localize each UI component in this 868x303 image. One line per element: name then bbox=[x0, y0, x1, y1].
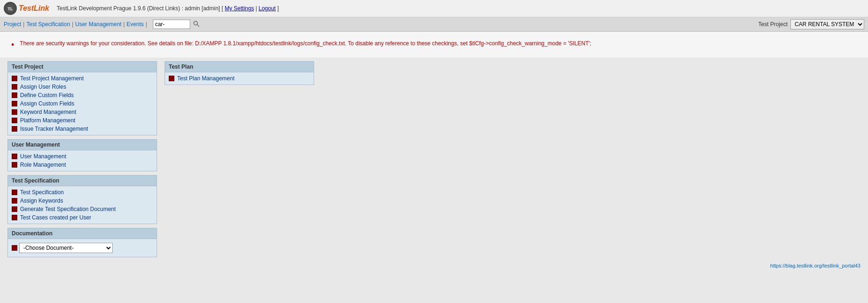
documentation-icon bbox=[12, 245, 17, 251]
nav-sep-1: | bbox=[23, 21, 24, 28]
nav-sep-4: | bbox=[146, 21, 147, 28]
documentation-section: Documentation -Choose Document- bbox=[7, 228, 157, 257]
nav-link-project[interactable]: Project bbox=[4, 21, 21, 28]
keyword-management-icon bbox=[12, 109, 17, 115]
test-project-body: Test Project Management Assign User Role… bbox=[8, 72, 157, 135]
warning-banner: • There are security warnings for your c… bbox=[0, 32, 868, 57]
logout-link[interactable]: Logout bbox=[258, 5, 276, 12]
test-plan-header: Test Plan bbox=[165, 62, 314, 72]
nav-link-test-specification[interactable]: Test Specification bbox=[26, 21, 70, 28]
svg-point-2 bbox=[194, 21, 197, 25]
test-plan-section: Test Plan Test Plan Management bbox=[165, 61, 314, 85]
logo: TL TestLink bbox=[4, 2, 49, 15]
search-icon bbox=[193, 21, 200, 27]
test-specification-item[interactable]: Test Specification bbox=[12, 188, 153, 197]
header-info-text: TestLink Development Prague 1.9.6 (Direc… bbox=[57, 5, 223, 12]
assign-custom-fields-link[interactable]: Assign Custom Fields bbox=[20, 100, 74, 107]
test-cases-per-user-icon bbox=[12, 215, 17, 220]
test-plan-management-icon bbox=[169, 76, 174, 81]
nav-search bbox=[153, 20, 201, 29]
role-management-icon bbox=[12, 162, 17, 168]
test-specification-link[interactable]: Test Specification bbox=[20, 189, 64, 196]
right-panel: Test Plan Test Plan Management bbox=[165, 61, 861, 257]
assign-user-roles-icon bbox=[12, 84, 17, 90]
test-project-header: Test Project bbox=[8, 62, 157, 72]
test-plan-management-link[interactable]: Test Plan Management bbox=[177, 75, 235, 82]
generate-test-spec-doc-link[interactable]: Generate Test Specification Document bbox=[20, 206, 116, 212]
search-button[interactable] bbox=[192, 20, 201, 29]
test-project-management-icon bbox=[12, 76, 17, 81]
project-selector: Test Project CAR RENTAL SYSTEM bbox=[758, 19, 864, 29]
define-custom-fields-icon bbox=[12, 92, 17, 98]
header-left: TL TestLink bbox=[4, 2, 49, 15]
user-management-body: User Management Role Management bbox=[8, 150, 157, 171]
test-project-management-item[interactable]: Test Project Management bbox=[12, 74, 153, 83]
footer-link[interactable]: https://blag.testlink.org/testlink_porta… bbox=[770, 263, 861, 268]
platform-management-item[interactable]: Platform Management bbox=[12, 116, 153, 125]
test-specification-icon bbox=[12, 190, 17, 195]
issue-tracker-management-link[interactable]: Issue Tracker Management bbox=[20, 126, 88, 132]
issue-tracker-management-item[interactable]: Issue Tracker Management bbox=[12, 125, 153, 133]
assign-keywords-item[interactable]: Assign Keywords bbox=[12, 197, 153, 205]
svg-line-3 bbox=[197, 24, 199, 27]
assign-user-roles-link[interactable]: Assign User Roles bbox=[20, 84, 66, 90]
user-management-section: User Management User Management Role Man… bbox=[7, 139, 157, 171]
test-cases-per-user-item[interactable]: Test Cases created per User bbox=[12, 213, 153, 222]
nav-sep-3: | bbox=[123, 21, 125, 28]
project-dropdown[interactable]: CAR RENTAL SYSTEM bbox=[790, 19, 864, 29]
assign-keywords-icon bbox=[12, 198, 17, 204]
platform-management-icon bbox=[12, 118, 17, 123]
test-specification-body: Test Specification Assign Keywords Gener… bbox=[8, 186, 157, 224]
test-specification-section: Test Specification Test Specification As… bbox=[7, 175, 157, 224]
search-input[interactable] bbox=[153, 20, 190, 29]
test-project-management-link[interactable]: Test Project Management bbox=[20, 75, 84, 82]
test-cases-per-user-link[interactable]: Test Cases created per User bbox=[20, 214, 91, 221]
assign-keywords-link[interactable]: Assign Keywords bbox=[20, 197, 63, 204]
header-info-area: TestLink Development Prague 1.9.6 (Direc… bbox=[49, 5, 864, 12]
header: TL TestLink TestLink Development Prague … bbox=[0, 0, 868, 17]
role-management-item[interactable]: Role Management bbox=[12, 161, 153, 169]
test-specification-header: Test Specification bbox=[8, 176, 157, 186]
warning-dot-icon: • bbox=[11, 40, 14, 50]
platform-management-link[interactable]: Platform Management bbox=[20, 117, 75, 124]
testlink-logo-icon: TL bbox=[4, 2, 17, 15]
navbar: Project | Test Specification | User Mana… bbox=[0, 17, 868, 32]
nav-link-user-management[interactable]: User Management bbox=[75, 21, 122, 28]
test-project-section: Test Project Test Project Management Ass… bbox=[7, 61, 157, 135]
issue-tracker-management-icon bbox=[12, 126, 17, 132]
generate-test-spec-doc-icon bbox=[12, 206, 17, 212]
assign-user-roles-item[interactable]: Assign User Roles bbox=[12, 83, 153, 91]
keyword-management-item[interactable]: Keyword Management bbox=[12, 108, 153, 116]
nav-link-events[interactable]: Events bbox=[127, 21, 144, 28]
assign-custom-fields-icon bbox=[12, 101, 17, 106]
test-plan-management-item[interactable]: Test Plan Management bbox=[169, 74, 310, 83]
my-settings-link[interactable]: My Settings bbox=[225, 5, 254, 12]
svg-text:TL: TL bbox=[8, 7, 13, 11]
keyword-management-link[interactable]: Keyword Management bbox=[20, 109, 76, 115]
documentation-dropdown-row: -Choose Document- bbox=[12, 241, 153, 255]
assign-custom-fields-item[interactable]: Assign Custom Fields bbox=[12, 99, 153, 108]
left-panel: Test Project Test Project Management Ass… bbox=[7, 61, 157, 257]
logo-text: TestLink bbox=[19, 4, 49, 13]
project-label: Test Project bbox=[758, 21, 788, 28]
documentation-header: Documentation bbox=[8, 228, 157, 239]
define-custom-fields-link[interactable]: Define Custom Fields bbox=[20, 92, 74, 99]
footer: https://blag.testlink.org/testlink_porta… bbox=[0, 261, 868, 270]
user-management-item[interactable]: User Management bbox=[12, 152, 153, 161]
nav-sep-2: | bbox=[72, 21, 73, 28]
nav-links-container: Project | Test Specification | User Mana… bbox=[4, 20, 201, 29]
main-content: Test Project Test Project Management Ass… bbox=[0, 57, 868, 261]
define-custom-fields-item[interactable]: Define Custom Fields bbox=[12, 91, 153, 99]
generate-test-spec-doc-item[interactable]: Generate Test Specification Document bbox=[12, 205, 153, 213]
test-plan-body: Test Plan Management bbox=[165, 72, 314, 85]
user-management-item-icon bbox=[12, 154, 17, 159]
documentation-body: -Choose Document- bbox=[8, 239, 157, 257]
user-management-link[interactable]: User Management bbox=[20, 153, 66, 160]
user-management-header: User Management bbox=[8, 140, 157, 150]
role-management-link[interactable]: Role Management bbox=[20, 162, 66, 168]
warning-text: There are security warnings for your con… bbox=[20, 39, 591, 48]
header-bracket-close: ] bbox=[277, 5, 279, 12]
documentation-dropdown[interactable]: -Choose Document- bbox=[19, 243, 113, 253]
